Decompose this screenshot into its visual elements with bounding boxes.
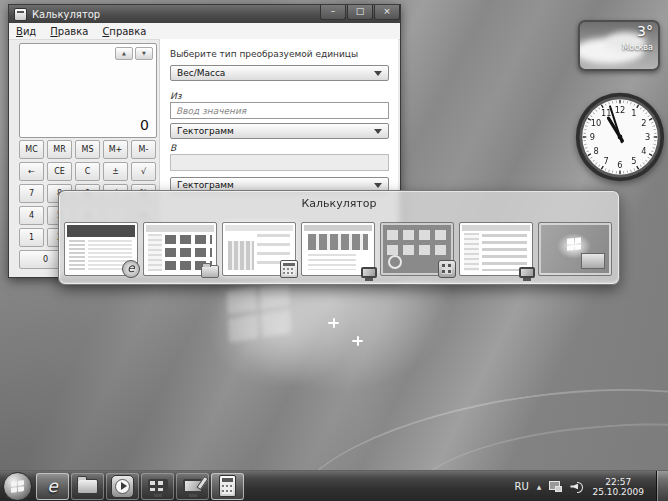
clock-number: 6 xyxy=(617,160,622,170)
ie-icon: e xyxy=(122,260,140,278)
calculator-icon xyxy=(280,260,298,278)
dropdown-arrow-icon xyxy=(374,129,382,134)
volume-icon[interactable] xyxy=(570,481,584,492)
windows-logo-glow xyxy=(227,281,292,342)
temperature: 3° xyxy=(637,23,653,39)
clock-number: 5 xyxy=(631,156,636,166)
ie-icon: e xyxy=(47,478,57,495)
key-sqrt[interactable]: √ xyxy=(131,162,156,181)
thumbnail-gadget-gallery[interactable] xyxy=(381,223,453,275)
tray-clock[interactable]: 22:57 25.10.2009 xyxy=(592,476,644,497)
gadgets-icon xyxy=(148,479,168,493)
thumbnail-control-panel[interactable] xyxy=(460,223,532,275)
display-down-button[interactable]: ▼ xyxy=(135,47,153,60)
key-ms[interactable]: MS xyxy=(75,140,100,159)
menu-help[interactable]: Справка xyxy=(95,26,153,37)
show-desktop-button[interactable] xyxy=(656,471,668,501)
clock-gadget[interactable]: 12 1 2 3 4 5 6 7 8 9 10 11 xyxy=(574,91,666,183)
gadgets-icon xyxy=(438,260,456,278)
menu-edit[interactable]: Правка xyxy=(43,26,95,37)
calculator-display: ▲ ▼ 0 xyxy=(19,43,157,138)
taskbar-media-player[interactable] xyxy=(106,473,139,500)
taskbar-personalization[interactable] xyxy=(176,473,209,500)
to-label: В xyxy=(170,143,176,153)
key-1[interactable]: 1 xyxy=(19,228,44,247)
taskbar-gadget-gallery[interactable] xyxy=(141,473,174,500)
key-c[interactable]: C xyxy=(75,162,100,181)
maximize-button[interactable]: □ xyxy=(347,5,373,20)
from-label: Из xyxy=(170,91,182,101)
calculator-app-icon xyxy=(14,8,27,21)
clock-number: 12 xyxy=(615,105,626,115)
clock-number: 4 xyxy=(641,146,646,156)
minimize-button[interactable]: – xyxy=(320,5,346,20)
dropdown-arrow-icon xyxy=(374,71,382,76)
clock-number: 1 xyxy=(631,108,636,118)
thumbnail-internet-explorer[interactable]: e xyxy=(65,223,137,275)
taskbar: e RU ▲ 22:57 25.10.2009 xyxy=(0,470,668,501)
thumbnail-calculator-selected[interactable] xyxy=(223,223,295,275)
windows-logo-icon xyxy=(11,480,24,493)
system-tray: RU ▲ 22:57 25.10.2009 xyxy=(515,471,668,501)
switcher-thumbnails: e xyxy=(65,223,611,275)
thumbnail-explorer-pictures[interactable] xyxy=(144,223,216,275)
unit-type-select[interactable]: Вес/Масса xyxy=(170,65,389,81)
taskbar-calculator[interactable] xyxy=(211,473,244,500)
personalization-icon xyxy=(183,479,203,493)
close-button[interactable]: × xyxy=(374,5,400,20)
clock-number: 9 xyxy=(590,132,595,142)
thumbnail-desktop[interactable] xyxy=(539,223,611,275)
key-mr[interactable]: MR xyxy=(47,140,72,159)
taskbar-windows-explorer[interactable] xyxy=(71,473,104,500)
start-button[interactable] xyxy=(3,472,32,501)
gear-icon xyxy=(388,255,402,269)
mini-window xyxy=(581,253,605,269)
folder-icon xyxy=(77,479,98,494)
key-plusminus[interactable]: ± xyxy=(103,162,128,181)
key-backspace[interactable]: ← xyxy=(19,162,44,181)
city-name: Москва xyxy=(622,43,653,52)
key-4[interactable]: 4 xyxy=(19,206,44,225)
key-mminus[interactable]: M- xyxy=(131,140,156,159)
key-mplus[interactable]: M+ xyxy=(103,140,128,159)
key-mc[interactable]: MC xyxy=(19,140,44,159)
network-icon[interactable] xyxy=(549,481,562,492)
dropdown-arrow-icon xyxy=(374,183,382,188)
window-switcher-panel: Калькулятор e xyxy=(58,190,620,285)
switcher-active-title: Калькулятор xyxy=(59,197,619,210)
window-title: Калькулятор xyxy=(32,9,100,20)
key-ce[interactable]: CE xyxy=(47,162,72,181)
clock-number: 2 xyxy=(641,118,646,128)
clock-number: 10 xyxy=(591,118,602,128)
from-unit-select[interactable]: Гектограмм xyxy=(170,123,389,139)
clock-number: 3 xyxy=(645,132,650,142)
show-hidden-icons-button[interactable]: ▲ xyxy=(537,483,542,490)
display-up-button[interactable]: ▲ xyxy=(115,47,133,60)
conversion-result-field xyxy=(170,154,389,171)
taskbar-internet-explorer[interactable]: e xyxy=(36,473,69,500)
tray-date: 25.10.2009 xyxy=(592,487,644,497)
language-indicator[interactable]: RU xyxy=(515,481,529,492)
clock-center-cap xyxy=(618,135,623,140)
value-input[interactable] xyxy=(170,102,389,119)
menubar: Вид Правка Справка xyxy=(9,23,400,40)
clock-number: 11 xyxy=(601,108,612,118)
weather-gadget[interactable]: 3° Москва xyxy=(578,20,660,71)
desktop: Калькулятор – □ × Вид Правка Справка ▲ ▼… xyxy=(0,0,668,501)
calculator-titlebar[interactable]: Калькулятор – □ × xyxy=(9,5,400,23)
conversion-prompt: Выберите тип преобразуемой единицы xyxy=(170,49,358,59)
display-icon xyxy=(361,267,377,278)
key-7[interactable]: 7 xyxy=(19,184,44,203)
display-value: 0 xyxy=(140,117,149,133)
tray-time: 22:57 xyxy=(605,477,631,487)
calculator-icon xyxy=(219,475,236,497)
clock-number: 8 xyxy=(593,146,598,156)
menu-view[interactable]: Вид xyxy=(9,26,43,37)
media-player-icon xyxy=(111,475,134,498)
clock-number: 7 xyxy=(604,156,609,166)
windows-logo-icon xyxy=(567,237,581,250)
thumbnail-personalization[interactable] xyxy=(302,223,374,275)
computer-icon xyxy=(519,267,535,278)
folder-icon xyxy=(201,265,219,278)
